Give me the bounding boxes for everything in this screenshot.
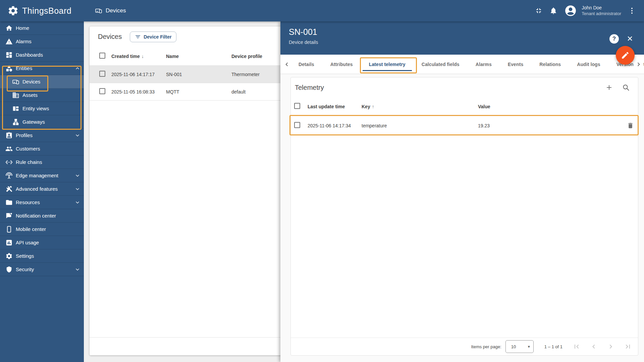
sidebar-item-profiles[interactable]: Profiles: [0, 129, 84, 142]
chevron-left-icon: [283, 61, 290, 68]
device-filter-button[interactable]: Device Filter: [130, 32, 176, 42]
profiles-icon: [5, 132, 13, 139]
row-checkbox[interactable]: [99, 71, 105, 77]
rule-chains-icon: [5, 159, 13, 166]
dashboards-icon: [5, 51, 13, 59]
sidebar-item-home[interactable]: Home: [0, 21, 84, 35]
sidebar-item-advanced-features[interactable]: Advanced features: [0, 182, 84, 196]
tabs-scroll-left[interactable]: [283, 55, 290, 74]
previous-page-icon[interactable]: [590, 343, 598, 351]
close-icon[interactable]: ✕: [625, 34, 635, 44]
search-icon[interactable]: [622, 83, 630, 92]
column-header-key[interactable]: Key ↑: [362, 104, 478, 109]
telemetry-row-temperature[interactable]: 2025-11-06 14:17:34 temperature 19.23: [291, 116, 638, 135]
row-checkbox[interactable]: [294, 122, 300, 128]
api-usage-icon: [5, 239, 13, 246]
add-telemetry-icon[interactable]: [605, 83, 613, 92]
dropdown-caret-icon: ▾: [528, 344, 530, 349]
home-icon: [5, 24, 13, 32]
tab-attributes[interactable]: Attributes: [322, 55, 361, 74]
select-all-checkbox[interactable]: [294, 103, 300, 109]
gateways-icon: [12, 118, 19, 126]
chevron-down-icon: [74, 186, 81, 192]
tabs-scroll-right[interactable]: [634, 55, 643, 74]
sidebar-item-notification-center[interactable]: Notification center: [0, 209, 84, 223]
tab-alarms[interactable]: Alarms: [468, 55, 500, 74]
next-page-icon[interactable]: [607, 343, 615, 351]
sidebar: Home Alarms Dashboards Entities Devices …: [0, 21, 84, 362]
device-details-panel: SN-001 Device details ? ✕ Details Attrib…: [280, 21, 644, 362]
settings-icon: [5, 252, 13, 260]
tab-audit-logs[interactable]: Audit logs: [569, 55, 608, 74]
page-size-select[interactable]: 10 ▾: [505, 340, 534, 353]
column-header-name[interactable]: Name: [166, 54, 231, 59]
help-icon[interactable]: ?: [609, 34, 619, 44]
row-checkbox[interactable]: [99, 88, 105, 94]
tab-relations[interactable]: Relations: [531, 55, 569, 74]
devices-icon: [12, 78, 19, 85]
breadcrumb: Devices: [95, 7, 126, 14]
column-header-last-update-time[interactable]: Last update time: [308, 104, 362, 109]
sidebar-item-mobile-center[interactable]: Mobile center: [0, 223, 84, 236]
top-app-bar: ThingsBoard Devices John Doe Tenant admi…: [0, 0, 644, 21]
sidebar-item-assets[interactable]: Assets: [0, 88, 84, 102]
sidebar-item-dashboards[interactable]: Dashboards: [0, 48, 84, 62]
chevron-up-icon: [74, 65, 81, 72]
user-role: Tenant administrator: [582, 11, 621, 16]
tab-calculated-fields[interactable]: Calculated fields: [414, 55, 468, 74]
sidebar-item-customers[interactable]: Customers: [0, 142, 84, 156]
thingsboard-logo[interactable]: ThingsBoard: [0, 5, 84, 16]
first-page-icon[interactable]: [573, 343, 581, 351]
sort-desc-icon: ↓: [142, 54, 144, 59]
select-all-checkbox[interactable]: [99, 53, 105, 59]
column-header-created-time[interactable]: Created time ↓: [111, 54, 166, 59]
sidebar-item-rule-chains[interactable]: Rule chains: [0, 156, 84, 169]
notification-center-icon: [5, 212, 13, 220]
sidebar-item-entities[interactable]: Entities: [0, 62, 84, 75]
edit-device-fab[interactable]: [616, 46, 635, 65]
edge-management-icon: [5, 172, 13, 179]
avatar[interactable]: [564, 4, 577, 17]
notifications-bell-icon[interactable]: [549, 7, 557, 15]
delete-trash-icon[interactable]: [627, 122, 634, 129]
page-title: Devices: [106, 7, 126, 14]
fullscreen-exit-icon[interactable]: [535, 7, 543, 15]
mobile-center-icon: [5, 226, 13, 233]
sidebar-item-security[interactable]: Security: [0, 263, 84, 276]
items-per-page-label: Items per page:: [471, 344, 501, 349]
advanced-features-icon: [5, 185, 13, 193]
thingsboard-logo-icon: [7, 5, 19, 16]
sidebar-item-devices[interactable]: Devices: [0, 75, 84, 88]
chevron-down-icon: [74, 199, 81, 206]
pencil-icon: [621, 51, 630, 60]
entity-views-icon: [12, 105, 19, 112]
tab-events[interactable]: Events: [500, 55, 532, 74]
user-info[interactable]: John Doe Tenant administrator: [582, 5, 621, 16]
telemetry-paginator: Items per page: 10 ▾ 1 – 1 of 1: [291, 338, 638, 355]
sidebar-item-gateways[interactable]: Gateways: [0, 115, 84, 129]
details-tab-bar: Details Attributes Latest telemetry Calc…: [280, 55, 644, 74]
last-page-icon[interactable]: [624, 343, 632, 351]
filter-icon: [135, 34, 141, 40]
sidebar-item-entity-views[interactable]: Entity views: [0, 102, 84, 115]
sidebar-item-settings[interactable]: Settings: [0, 249, 84, 263]
more-vert-icon[interactable]: [628, 7, 636, 15]
sidebar-item-resources[interactable]: Resources: [0, 196, 84, 209]
details-header: SN-001 Device details ? ✕: [280, 21, 644, 55]
sidebar-item-edge-management[interactable]: Edge management: [0, 169, 84, 182]
details-title: SN-001: [289, 27, 644, 37]
sort-asc-icon: ↑: [372, 104, 374, 109]
security-icon: [5, 266, 13, 273]
sidebar-item-alarms[interactable]: Alarms: [0, 35, 84, 48]
resources-icon: [5, 199, 13, 206]
telemetry-title: Telemetry: [295, 84, 324, 92]
column-header-value[interactable]: Value: [478, 104, 623, 109]
details-subtitle: Device details: [289, 40, 644, 45]
telemetry-card: Telemetry Last update time Key ↑ Value 2…: [290, 77, 638, 356]
tab-details[interactable]: Details: [290, 55, 322, 74]
chevron-down-icon: [74, 132, 81, 139]
tab-latest-telemetry[interactable]: Latest telemetry: [361, 55, 414, 74]
customers-icon: [5, 145, 13, 153]
devices-icon: [95, 7, 102, 14]
sidebar-item-api-usage[interactable]: API usage: [0, 236, 84, 249]
